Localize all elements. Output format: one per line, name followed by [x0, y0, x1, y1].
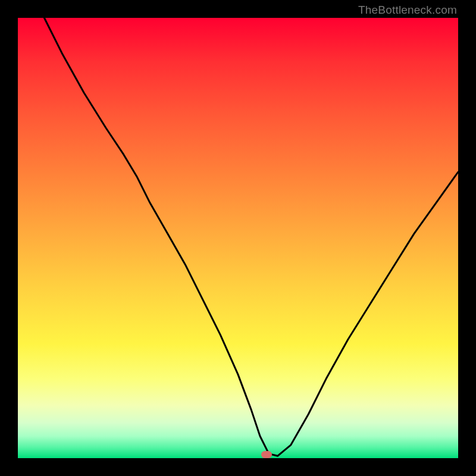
curve-layer — [18, 18, 458, 458]
optimum-marker — [261, 451, 272, 458]
watermark-text: TheBottleneck.com — [358, 4, 457, 17]
plot-area — [18, 18, 458, 458]
chart-frame: TheBottleneck.com — [0, 0, 476, 476]
bottleneck-curve — [44, 18, 458, 456]
